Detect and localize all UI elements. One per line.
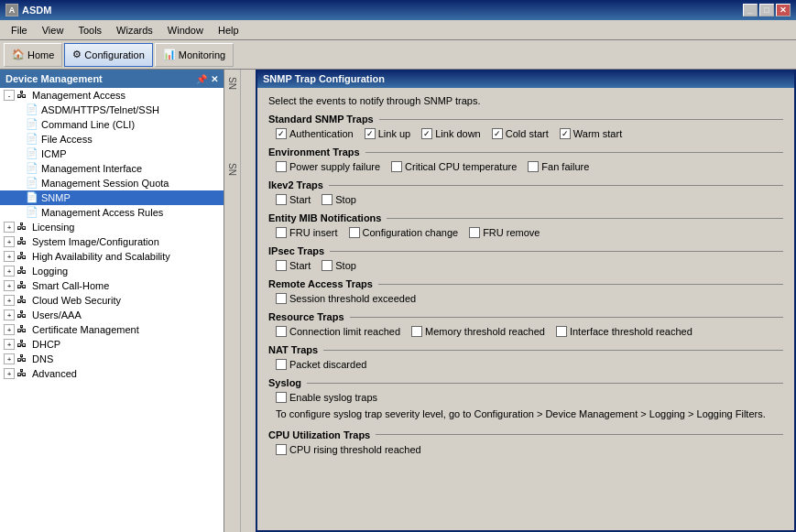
checkbox-enable-syslog[interactable] bbox=[276, 392, 287, 403]
configuration-button[interactable]: ⚙ Configuration bbox=[64, 43, 152, 67]
expander-dns[interactable]: + bbox=[4, 353, 15, 364]
monitoring-button[interactable]: 📊 Monitoring bbox=[155, 43, 234, 67]
cloud-web-label: Cloud Web Security bbox=[32, 295, 121, 306]
label-power-supply: Power supply failure bbox=[289, 161, 380, 172]
checkbox-authentication[interactable] bbox=[276, 128, 287, 139]
checkbox-cold-start[interactable] bbox=[492, 128, 503, 139]
menu-file[interactable]: File bbox=[4, 23, 35, 38]
sidebar-item-cert-mgmt[interactable]: + 🖧 Certificate Management bbox=[0, 322, 224, 337]
checkbox-cpu-temp[interactable] bbox=[391, 161, 402, 172]
expander-logging[interactable]: + bbox=[4, 266, 15, 277]
nat-traps-items: Packet discarded bbox=[268, 359, 783, 370]
trap-authentication: Authentication bbox=[276, 128, 354, 139]
checkbox-ikev2-stop[interactable] bbox=[322, 194, 333, 205]
environment-traps-header: Environment Traps bbox=[268, 147, 783, 157]
trap-ikev2-start: Start bbox=[276, 194, 311, 205]
command-line-label: Command Line (CLI) bbox=[41, 119, 135, 130]
label-session-threshold: Session threshold exceeded bbox=[289, 293, 416, 304]
checkbox-warm-start[interactable] bbox=[560, 128, 571, 139]
trap-cold-start: Cold start bbox=[492, 128, 549, 139]
dhcp-icon: 🖧 bbox=[16, 338, 29, 351]
sidebar-item-dhcp[interactable]: + 🖧 DHCP bbox=[0, 337, 224, 352]
sidebar-item-mgmt-session[interactable]: 📄 Management Session Quota bbox=[0, 176, 224, 190]
menu-help[interactable]: Help bbox=[211, 23, 246, 38]
expander-sys-image[interactable]: + bbox=[4, 236, 15, 247]
label-cold-start: Cold start bbox=[506, 128, 549, 139]
minimize-button[interactable]: _ bbox=[743, 4, 758, 16]
menu-tools[interactable]: Tools bbox=[71, 23, 109, 38]
checkbox-memory-threshold[interactable] bbox=[411, 326, 422, 337]
sidebar-item-mgmt-interface[interactable]: 📄 Management Interface bbox=[0, 161, 224, 176]
label-warm-start: Warm start bbox=[573, 128, 622, 139]
file-access-icon: 📄 bbox=[26, 133, 38, 146]
expander-high-avail[interactable]: + bbox=[4, 251, 15, 262]
menu-window[interactable]: Window bbox=[160, 23, 211, 38]
sidebar-item-file-access[interactable]: 📄 File Access bbox=[0, 132, 224, 147]
label-cpu-rising: CPU rising threshold reached bbox=[289, 444, 421, 455]
expander-dhcp[interactable]: + bbox=[4, 339, 15, 350]
checkbox-session-threshold[interactable] bbox=[276, 293, 287, 304]
trap-link-down: Link down bbox=[421, 128, 481, 139]
label-fan-failure: Fan failure bbox=[541, 161, 589, 172]
expander-cloud-web[interactable]: + bbox=[4, 295, 15, 306]
label-fru-remove: FRU remove bbox=[483, 227, 540, 238]
checkbox-connection-limit[interactable] bbox=[276, 326, 287, 337]
maximize-button[interactable]: □ bbox=[759, 4, 774, 16]
label-authentication: Authentication bbox=[289, 128, 354, 139]
sidebar-pin-icon[interactable]: 📌 bbox=[196, 74, 207, 84]
checkbox-ipsec-stop[interactable] bbox=[322, 260, 333, 271]
sidebar-item-cloud-web[interactable]: + 🖧 Cloud Web Security bbox=[0, 293, 224, 308]
dns-icon: 🖧 bbox=[16, 353, 29, 365]
checkbox-fru-remove[interactable] bbox=[469, 227, 480, 238]
checkbox-fru-insert[interactable] bbox=[276, 227, 287, 238]
checkbox-link-down[interactable] bbox=[421, 128, 432, 139]
checkbox-ikev2-start[interactable] bbox=[276, 194, 287, 205]
expander-advanced[interactable]: + bbox=[4, 368, 15, 379]
nat-traps-header: NAT Traps bbox=[268, 344, 783, 355]
checkbox-config-change[interactable] bbox=[349, 227, 360, 238]
sidebar-item-icmp[interactable]: 📄 ICMP bbox=[0, 147, 224, 161]
expander-users-aaa[interactable]: + bbox=[4, 309, 15, 320]
checkbox-interface-threshold[interactable] bbox=[556, 326, 567, 337]
label-connection-limit: Connection limit reached bbox=[289, 326, 400, 337]
expander-smart-call[interactable]: + bbox=[4, 280, 15, 291]
high-avail-icon: 🖧 bbox=[16, 250, 29, 263]
expander-cert-mgmt[interactable]: + bbox=[4, 324, 15, 335]
sidebar-item-dns[interactable]: + 🖧 DNS bbox=[0, 352, 224, 366]
sidebar-item-users-aaa[interactable]: + 🖧 Users/AAA bbox=[0, 308, 224, 322]
sidebar-close-icon[interactable]: ✕ bbox=[211, 74, 218, 84]
sidebar-title: Device Management bbox=[5, 73, 103, 84]
checkbox-link-up[interactable] bbox=[365, 128, 376, 139]
sidebar-item-licensing[interactable]: + 🖧 Licensing bbox=[0, 220, 224, 234]
sidebar-item-advanced[interactable]: + 🖧 Advanced bbox=[0, 366, 224, 381]
checkbox-power-supply[interactable] bbox=[276, 161, 287, 172]
expander-mgmt-access[interactable]: - bbox=[4, 90, 15, 101]
sidebar-item-mgmt-access[interactable]: - 🖧 Management Access bbox=[0, 88, 224, 103]
mgmt-access-label: Management Access bbox=[32, 90, 125, 101]
dialog-content: Select the events to notify through SNMP… bbox=[257, 88, 794, 530]
environment-traps-items: Power supply failure Critical CPU temper… bbox=[268, 161, 783, 172]
sidebar-item-sys-image[interactable]: + 🖧 System Image/Configuration bbox=[0, 234, 224, 249]
home-button[interactable]: 🏠 Home bbox=[4, 43, 62, 67]
checkbox-fan-failure[interactable] bbox=[528, 161, 539, 172]
checkbox-cpu-rising[interactable] bbox=[276, 444, 287, 455]
sidebar-item-smart-call[interactable]: + 🖧 Smart Call-Home bbox=[0, 278, 224, 293]
checkbox-ipsec-start[interactable] bbox=[276, 260, 287, 271]
sidebar-item-snmp[interactable]: 📄 SNMP bbox=[0, 190, 224, 205]
sidebar-item-command-line[interactable]: 📄 Command Line (CLI) bbox=[0, 117, 224, 132]
advanced-icon: 🖧 bbox=[16, 367, 29, 380]
syslog-header: Syslog bbox=[268, 377, 783, 388]
sidebar-item-logging[interactable]: + 🖧 Logging bbox=[0, 264, 224, 278]
close-button[interactable]: ✕ bbox=[776, 4, 791, 16]
remote-access-traps-section: Remote Access Traps Session threshold ex… bbox=[268, 278, 783, 304]
sidebar-item-mgmt-rules[interactable]: 📄 Management Access Rules bbox=[0, 205, 224, 220]
menu-wizards[interactable]: Wizards bbox=[109, 23, 160, 38]
ipsec-traps-items: Start Stop bbox=[268, 260, 783, 271]
checkbox-packet-discarded[interactable] bbox=[276, 359, 287, 370]
sidebar-item-asdm-https[interactable]: 📄 ASDM/HTTPS/Telnet/SSH bbox=[0, 103, 224, 117]
menu-view[interactable]: View bbox=[35, 23, 71, 38]
entity-mib-header: Entity MIB Notifications bbox=[268, 212, 783, 223]
sidebar-item-high-avail[interactable]: + 🖧 High Availability and Scalability bbox=[0, 249, 224, 264]
entity-mib-items: FRU insert Configuration change FRU remo… bbox=[268, 227, 783, 238]
expander-licensing[interactable]: + bbox=[4, 222, 15, 233]
